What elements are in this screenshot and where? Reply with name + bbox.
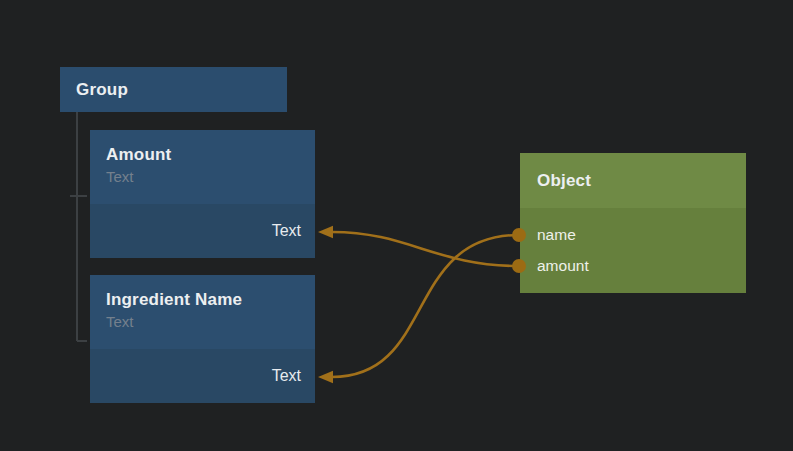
arrowhead-icon — [318, 226, 333, 238]
object-node-header: Object — [520, 153, 746, 208]
ingredient-node-subtitle: Text — [106, 313, 299, 330]
ingredient-node-body: Text — [90, 349, 315, 403]
amount-node-title: Amount — [106, 145, 299, 165]
node-group[interactable]: Group — [60, 67, 287, 112]
group-node-title: Group — [76, 80, 128, 100]
node-editor-canvas: Group Amount Text Text Ingredient Name T… — [0, 0, 793, 451]
object-port-name-label[interactable]: name — [537, 219, 746, 250]
ingredient-text-input-port-label[interactable]: Text — [272, 367, 301, 385]
node-object[interactable]: Object name amount — [520, 153, 746, 293]
amount-text-input-port-label[interactable]: Text — [272, 222, 301, 240]
arrowhead-icon — [318, 371, 333, 383]
wire-object-name-to-ingredient-text[interactable] — [332, 235, 519, 377]
amount-node-subtitle: Text — [106, 168, 299, 185]
object-node-title: Object — [537, 171, 591, 191]
object-port-amount-label[interactable]: amount — [537, 250, 746, 281]
ingredient-node-header: Ingredient Name Text — [90, 275, 315, 349]
amount-node-header: Amount Text — [90, 130, 315, 204]
node-ingredient-name[interactable]: Ingredient Name Text Text — [90, 275, 315, 403]
ingredient-node-title: Ingredient Name — [106, 290, 299, 310]
node-amount[interactable]: Amount Text Text — [90, 130, 315, 258]
object-node-body: name amount — [520, 208, 746, 293]
amount-node-body: Text — [90, 204, 315, 258]
wire-object-amount-to-amount-text[interactable] — [332, 232, 519, 266]
